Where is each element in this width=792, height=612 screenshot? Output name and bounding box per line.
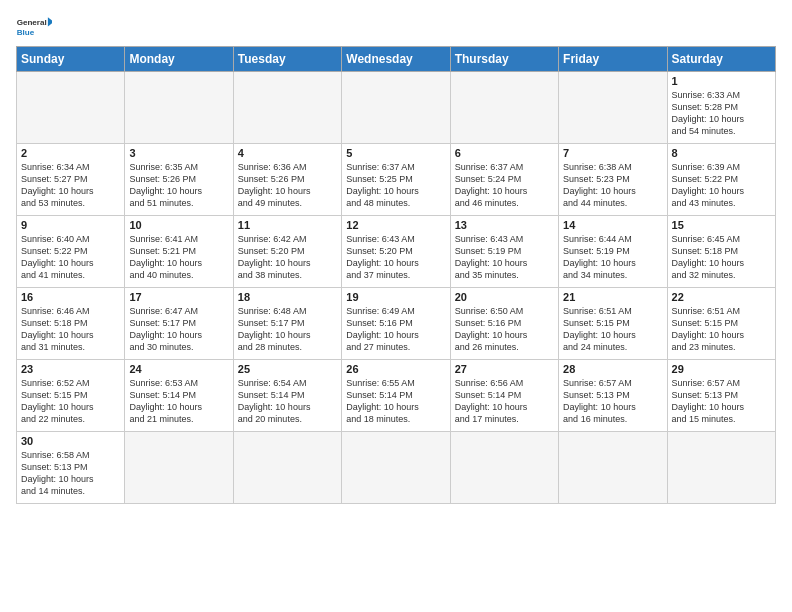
day-info: Sunrise: 6:36 AM Sunset: 5:26 PM Dayligh… — [238, 161, 337, 210]
day-number: 7 — [563, 147, 662, 159]
day-number: 3 — [129, 147, 228, 159]
calendar-cell: 9Sunrise: 6:40 AM Sunset: 5:22 PM Daylig… — [17, 216, 125, 288]
calendar-cell: 8Sunrise: 6:39 AM Sunset: 5:22 PM Daylig… — [667, 144, 775, 216]
day-info: Sunrise: 6:42 AM Sunset: 5:20 PM Dayligh… — [238, 233, 337, 282]
week-row-3: 9Sunrise: 6:40 AM Sunset: 5:22 PM Daylig… — [17, 216, 776, 288]
day-number: 11 — [238, 219, 337, 231]
calendar-cell: 23Sunrise: 6:52 AM Sunset: 5:15 PM Dayli… — [17, 360, 125, 432]
day-info: Sunrise: 6:43 AM Sunset: 5:19 PM Dayligh… — [455, 233, 554, 282]
day-number: 18 — [238, 291, 337, 303]
day-info: Sunrise: 6:41 AM Sunset: 5:21 PM Dayligh… — [129, 233, 228, 282]
calendar-cell: 2Sunrise: 6:34 AM Sunset: 5:27 PM Daylig… — [17, 144, 125, 216]
day-number: 29 — [672, 363, 771, 375]
calendar-cell — [125, 432, 233, 504]
day-number: 26 — [346, 363, 445, 375]
calendar-cell: 25Sunrise: 6:54 AM Sunset: 5:14 PM Dayli… — [233, 360, 341, 432]
day-number: 14 — [563, 219, 662, 231]
calendar-cell: 3Sunrise: 6:35 AM Sunset: 5:26 PM Daylig… — [125, 144, 233, 216]
calendar-cell: 20Sunrise: 6:50 AM Sunset: 5:16 PM Dayli… — [450, 288, 558, 360]
calendar-cell — [667, 432, 775, 504]
day-info: Sunrise: 6:40 AM Sunset: 5:22 PM Dayligh… — [21, 233, 120, 282]
calendar-cell: 22Sunrise: 6:51 AM Sunset: 5:15 PM Dayli… — [667, 288, 775, 360]
calendar-cell — [233, 432, 341, 504]
calendar-cell: 13Sunrise: 6:43 AM Sunset: 5:19 PM Dayli… — [450, 216, 558, 288]
day-number: 19 — [346, 291, 445, 303]
day-number: 16 — [21, 291, 120, 303]
day-header-friday: Friday — [559, 47, 667, 72]
day-number: 6 — [455, 147, 554, 159]
day-info: Sunrise: 6:54 AM Sunset: 5:14 PM Dayligh… — [238, 377, 337, 426]
calendar-cell — [342, 432, 450, 504]
day-number: 10 — [129, 219, 228, 231]
day-number: 12 — [346, 219, 445, 231]
svg-text:General: General — [17, 18, 47, 27]
calendar-cell: 16Sunrise: 6:46 AM Sunset: 5:18 PM Dayli… — [17, 288, 125, 360]
svg-text:Blue: Blue — [17, 28, 35, 37]
calendar-cell: 30Sunrise: 6:58 AM Sunset: 5:13 PM Dayli… — [17, 432, 125, 504]
day-number: 27 — [455, 363, 554, 375]
day-info: Sunrise: 6:47 AM Sunset: 5:17 PM Dayligh… — [129, 305, 228, 354]
day-header-wednesday: Wednesday — [342, 47, 450, 72]
day-info: Sunrise: 6:56 AM Sunset: 5:14 PM Dayligh… — [455, 377, 554, 426]
day-info: Sunrise: 6:49 AM Sunset: 5:16 PM Dayligh… — [346, 305, 445, 354]
calendar-cell: 15Sunrise: 6:45 AM Sunset: 5:18 PM Dayli… — [667, 216, 775, 288]
calendar-table: SundayMondayTuesdayWednesdayThursdayFrid… — [16, 46, 776, 504]
logo-icon: General Blue — [16, 16, 52, 38]
day-header-saturday: Saturday — [667, 47, 775, 72]
day-info: Sunrise: 6:45 AM Sunset: 5:18 PM Dayligh… — [672, 233, 771, 282]
calendar-cell: 28Sunrise: 6:57 AM Sunset: 5:13 PM Dayli… — [559, 360, 667, 432]
calendar-cell: 18Sunrise: 6:48 AM Sunset: 5:17 PM Dayli… — [233, 288, 341, 360]
day-number: 25 — [238, 363, 337, 375]
logo: General Blue — [16, 16, 52, 38]
week-row-2: 2Sunrise: 6:34 AM Sunset: 5:27 PM Daylig… — [17, 144, 776, 216]
calendar-cell: 24Sunrise: 6:53 AM Sunset: 5:14 PM Dayli… — [125, 360, 233, 432]
day-info: Sunrise: 6:58 AM Sunset: 5:13 PM Dayligh… — [21, 449, 120, 498]
calendar-cell: 6Sunrise: 6:37 AM Sunset: 5:24 PM Daylig… — [450, 144, 558, 216]
calendar-cell: 27Sunrise: 6:56 AM Sunset: 5:14 PM Dayli… — [450, 360, 558, 432]
day-number: 21 — [563, 291, 662, 303]
day-number: 2 — [21, 147, 120, 159]
calendar-cell: 12Sunrise: 6:43 AM Sunset: 5:20 PM Dayli… — [342, 216, 450, 288]
day-number: 1 — [672, 75, 771, 87]
day-info: Sunrise: 6:37 AM Sunset: 5:24 PM Dayligh… — [455, 161, 554, 210]
day-number: 22 — [672, 291, 771, 303]
calendar-cell — [450, 72, 558, 144]
day-info: Sunrise: 6:43 AM Sunset: 5:20 PM Dayligh… — [346, 233, 445, 282]
calendar-cell — [559, 72, 667, 144]
calendar-cell: 29Sunrise: 6:57 AM Sunset: 5:13 PM Dayli… — [667, 360, 775, 432]
day-info: Sunrise: 6:37 AM Sunset: 5:25 PM Dayligh… — [346, 161, 445, 210]
day-info: Sunrise: 6:57 AM Sunset: 5:13 PM Dayligh… — [672, 377, 771, 426]
calendar-cell — [342, 72, 450, 144]
day-info: Sunrise: 6:34 AM Sunset: 5:27 PM Dayligh… — [21, 161, 120, 210]
week-row-4: 16Sunrise: 6:46 AM Sunset: 5:18 PM Dayli… — [17, 288, 776, 360]
day-info: Sunrise: 6:57 AM Sunset: 5:13 PM Dayligh… — [563, 377, 662, 426]
calendar-cell: 17Sunrise: 6:47 AM Sunset: 5:17 PM Dayli… — [125, 288, 233, 360]
day-header-thursday: Thursday — [450, 47, 558, 72]
day-number: 17 — [129, 291, 228, 303]
calendar-cell: 21Sunrise: 6:51 AM Sunset: 5:15 PM Dayli… — [559, 288, 667, 360]
calendar-cell — [17, 72, 125, 144]
calendar-cell — [233, 72, 341, 144]
calendar-cell: 1Sunrise: 6:33 AM Sunset: 5:28 PM Daylig… — [667, 72, 775, 144]
day-info: Sunrise: 6:51 AM Sunset: 5:15 PM Dayligh… — [672, 305, 771, 354]
calendar-cell: 19Sunrise: 6:49 AM Sunset: 5:16 PM Dayli… — [342, 288, 450, 360]
day-number: 9 — [21, 219, 120, 231]
day-info: Sunrise: 6:35 AM Sunset: 5:26 PM Dayligh… — [129, 161, 228, 210]
day-header-monday: Monday — [125, 47, 233, 72]
day-info: Sunrise: 6:38 AM Sunset: 5:23 PM Dayligh… — [563, 161, 662, 210]
week-row-6: 30Sunrise: 6:58 AM Sunset: 5:13 PM Dayli… — [17, 432, 776, 504]
week-row-5: 23Sunrise: 6:52 AM Sunset: 5:15 PM Dayli… — [17, 360, 776, 432]
svg-marker-2 — [48, 17, 52, 26]
calendar-cell: 11Sunrise: 6:42 AM Sunset: 5:20 PM Dayli… — [233, 216, 341, 288]
calendar-header: SundayMondayTuesdayWednesdayThursdayFrid… — [17, 47, 776, 72]
day-number: 28 — [563, 363, 662, 375]
calendar-cell: 7Sunrise: 6:38 AM Sunset: 5:23 PM Daylig… — [559, 144, 667, 216]
day-info: Sunrise: 6:53 AM Sunset: 5:14 PM Dayligh… — [129, 377, 228, 426]
calendar-cell: 26Sunrise: 6:55 AM Sunset: 5:14 PM Dayli… — [342, 360, 450, 432]
day-number: 20 — [455, 291, 554, 303]
calendar-cell: 5Sunrise: 6:37 AM Sunset: 5:25 PM Daylig… — [342, 144, 450, 216]
day-info: Sunrise: 6:33 AM Sunset: 5:28 PM Dayligh… — [672, 89, 771, 138]
day-number: 30 — [21, 435, 120, 447]
day-info: Sunrise: 6:55 AM Sunset: 5:14 PM Dayligh… — [346, 377, 445, 426]
day-number: 15 — [672, 219, 771, 231]
